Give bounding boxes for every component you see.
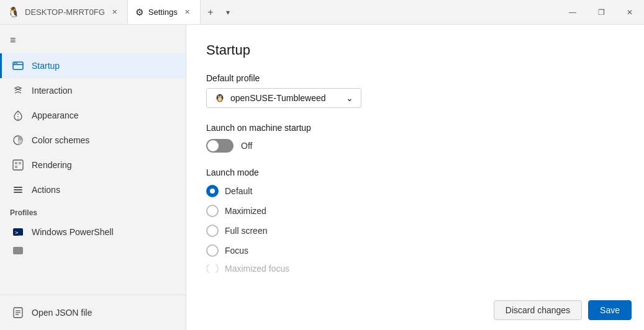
svg-point-27: [217, 99, 219, 101]
toggle-row: Off: [206, 139, 624, 153]
dropdown-chevron-icon: ⌄: [346, 93, 353, 103]
appearance-icon: [12, 109, 24, 122]
radio-default[interactable]: Default: [206, 185, 624, 197]
tab-desktop-close[interactable]: ✕: [110, 7, 120, 17]
sidebar-item-color-schemes[interactable]: Color schemes: [0, 128, 186, 153]
tabs-area: 🐧 DESKTOP-MRRT0FG ✕ ⚙ Settings ✕ + ▾: [0, 0, 558, 24]
svg-point-26: [219, 97, 221, 98]
page-title: Startup: [206, 42, 624, 58]
launch-mode-label: Launch mode: [206, 167, 624, 177]
hamburger-menu[interactable]: ≡: [0, 30, 186, 53]
svg-point-24: [219, 96, 219, 97]
default-profile-dropdown[interactable]: openSUSE-Tumbleweed ⌄: [206, 88, 361, 108]
launch-startup-label: Launch on machine startup: [206, 123, 624, 133]
sidebar-open-json-label: Open JSON file: [32, 308, 92, 318]
powershell-icon: >_: [12, 226, 24, 238]
radio-maximized-focus-circle: [206, 264, 219, 273]
radio-maximized-focus[interactable]: Maximized focus: [206, 264, 624, 273]
tab-settings-label: Settings: [148, 7, 178, 17]
sidebar-item-open-json[interactable]: Open JSON file: [0, 300, 186, 325]
startup-icon: [12, 60, 24, 72]
sidebar-item-rendering[interactable]: Rendering: [0, 153, 186, 177]
window-controls: — ❐ ✕: [558, 0, 644, 25]
maximize-button[interactable]: ❐: [587, 0, 615, 25]
content-area: Startup Default profile openSUSE-Tumblew…: [186, 25, 644, 330]
json-icon: [12, 306, 24, 319]
svg-rect-6: [13, 160, 23, 170]
gear-icon: ⚙: [135, 7, 143, 18]
sidebar-item-startup[interactable]: Startup: [0, 53, 186, 78]
discard-changes-button[interactable]: Discard changes: [494, 300, 582, 320]
tab-desktop-label: DESKTOP-MRRT0FG: [25, 7, 105, 17]
new-tab-button[interactable]: +: [201, 0, 220, 24]
sidebar-item-appearance[interactable]: Appearance: [0, 103, 186, 128]
sidebar-color-schemes-label: Color schemes: [32, 135, 89, 145]
svg-rect-8: [19, 162, 21, 164]
tab-settings-close[interactable]: ✕: [183, 7, 193, 17]
sidebar-item-powershell[interactable]: >_ Windows PowerShell: [0, 220, 186, 244]
radio-focus-label: Focus: [225, 246, 248, 256]
launch-startup-toggle[interactable]: [206, 139, 234, 153]
tab-settings[interactable]: ⚙ Settings ✕: [128, 0, 201, 24]
svg-point-2: [14, 63, 16, 64]
sidebar-item-interaction[interactable]: Interaction: [0, 78, 186, 103]
sidebar-item-actions[interactable]: Actions: [0, 177, 186, 202]
save-button[interactable]: Save: [588, 300, 632, 320]
svg-rect-10: [14, 187, 22, 188]
close-button[interactable]: ✕: [615, 0, 644, 25]
tux-icon: 🐧: [7, 6, 20, 18]
radio-default-label: Default: [225, 186, 252, 196]
svg-rect-9: [15, 166, 17, 168]
radio-focus[interactable]: Focus: [206, 244, 624, 257]
sidebar-rendering-label: Rendering: [32, 160, 72, 170]
titlebar: 🐧 DESKTOP-MRRT0FG ✕ ⚙ Settings ✕ + ▾ — ❐…: [0, 0, 644, 25]
interaction-icon: [12, 84, 24, 97]
radio-full-screen[interactable]: Full screen: [206, 225, 624, 237]
svg-rect-12: [14, 192, 22, 193]
radio-default-circle: [206, 185, 219, 197]
svg-point-3: [16, 63, 17, 64]
radio-full-screen-label: Full screen: [225, 226, 267, 236]
tab-dropdown-button[interactable]: ▾: [220, 0, 235, 24]
launch-mode-radio-group: Default Maximized Full screen Focus Maxi…: [206, 185, 624, 273]
tab-desktop[interactable]: 🐧 DESKTOP-MRRT0FG ✕: [0, 0, 128, 24]
sidebar-powershell-label: Windows PowerShell: [32, 227, 114, 237]
svg-rect-11: [14, 189, 22, 190]
actions-icon: [12, 184, 24, 196]
dropdown-value: openSUSE-Tumbleweed: [230, 93, 326, 103]
dropdown-left: openSUSE-Tumbleweed: [214, 92, 326, 104]
svg-point-28: [220, 99, 222, 101]
sidebar-actions-label: Actions: [32, 185, 60, 195]
sidebar-bottom: Open JSON file: [0, 295, 186, 325]
minimize-button[interactable]: —: [558, 0, 587, 25]
sidebar-startup-label: Startup: [32, 61, 60, 71]
color-schemes-icon: [12, 134, 24, 146]
sidebar-appearance-label: Appearance: [32, 110, 79, 120]
radio-maximized[interactable]: Maximized: [206, 205, 624, 217]
radio-maximized-circle: [206, 205, 219, 217]
linux-tux-icon: [214, 92, 225, 104]
radio-maximized-label: Maximized: [225, 206, 266, 216]
radio-focus-circle: [206, 244, 219, 257]
svg-text:>_: >_: [15, 230, 22, 236]
cmd-icon: [12, 244, 24, 257]
svg-rect-7: [15, 162, 17, 164]
profiles-section-header: Profiles: [0, 202, 186, 220]
radio-maximized-focus-label: Maximized focus: [225, 264, 289, 273]
footer-buttons: Discard changes Save: [494, 300, 632, 320]
toggle-label: Off: [241, 141, 252, 151]
default-profile-label: Default profile: [206, 73, 624, 83]
sidebar-item-cmd[interactable]: [0, 244, 186, 257]
rendering-icon: [12, 159, 24, 171]
radio-full-screen-circle: [206, 225, 219, 237]
svg-rect-15: [13, 247, 23, 254]
svg-point-25: [220, 96, 221, 97]
sidebar-interaction-label: Interaction: [32, 86, 72, 96]
sidebar: ≡ Startup Interaction: [0, 25, 186, 330]
main-layout: ≡ Startup Interaction: [0, 25, 644, 330]
